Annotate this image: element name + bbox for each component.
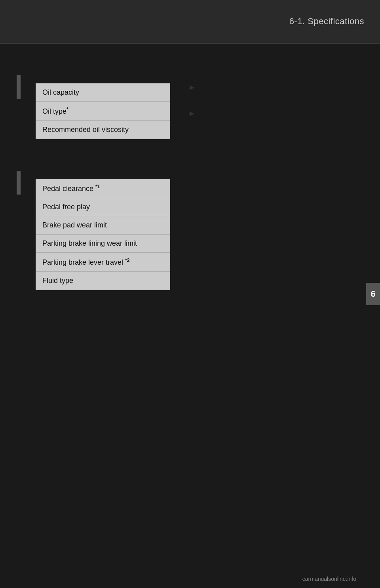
table-row: Fluid type bbox=[36, 272, 170, 290]
arrow-indicators: ► ► bbox=[188, 83, 196, 117]
oil-capacity-label: Oil capacity bbox=[42, 88, 79, 97]
table-row: Brake pad wear limit bbox=[36, 216, 170, 235]
brakes-section: Pedal clearance *1 Pedal free play Brake… bbox=[24, 171, 360, 290]
page-header: 6-1. Specifications bbox=[0, 0, 380, 44]
pedal-clearance-label: Pedal clearance *1 bbox=[42, 184, 100, 193]
table-row: Oil capacity bbox=[36, 84, 170, 102]
oil-type-label: Oil type* bbox=[42, 107, 68, 116]
recommended-oil-viscosity-label: Recommended oil viscosity bbox=[42, 126, 129, 134]
parking-brake-lever-travel-label: Parking brake lever travel *2 bbox=[42, 258, 129, 267]
pedal-free-play-label: Pedal free play bbox=[42, 203, 90, 211]
table-row: Parking brake lever travel *2 bbox=[36, 253, 170, 272]
engine-oil-table: Oil capacity Oil type* Recommended oil v… bbox=[36, 83, 170, 139]
brake-pad-wear-limit-label: Brake pad wear limit bbox=[42, 221, 107, 229]
table-row: Pedal clearance *1 bbox=[36, 179, 170, 198]
section-title: 6-1. Specifications bbox=[289, 16, 364, 27]
table-row: Parking brake lining wear limit bbox=[36, 235, 170, 253]
main-content: Oil capacity Oil type* Recommended oil v… bbox=[0, 44, 380, 588]
arrow-2: ► bbox=[188, 109, 196, 117]
engine-oil-section: Oil capacity Oil type* Recommended oil v… bbox=[24, 75, 360, 139]
watermark: carmanualsonline.info bbox=[302, 576, 356, 582]
brakes-table: Pedal clearance *1 Pedal free play Brake… bbox=[36, 179, 170, 290]
parking-brake-lining-wear-limit-label: Parking brake lining wear limit bbox=[42, 239, 137, 248]
table-row: Recommended oil viscosity bbox=[36, 121, 170, 139]
chapter-number: 6 bbox=[366, 283, 380, 305]
fluid-type-label: Fluid type bbox=[42, 277, 73, 285]
table-row: Pedal free play bbox=[36, 198, 170, 216]
arrow-1: ► bbox=[188, 83, 196, 91]
table-row: Oil type* bbox=[36, 102, 170, 121]
